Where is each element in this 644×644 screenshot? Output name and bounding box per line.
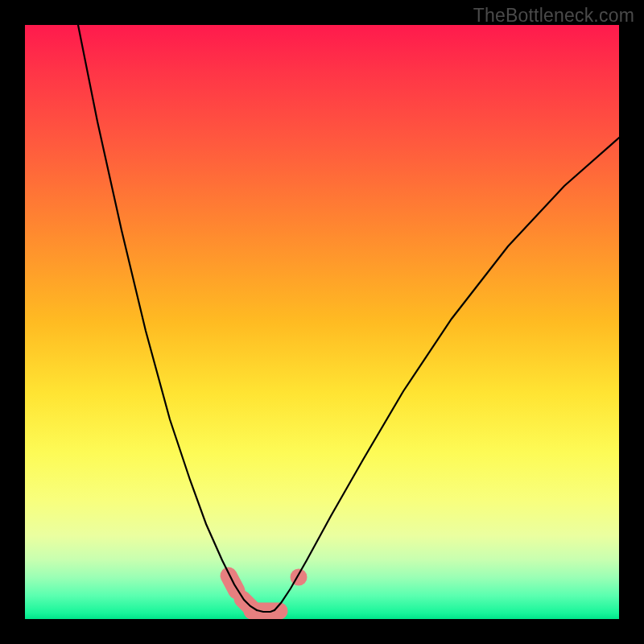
plot-area bbox=[25, 25, 619, 619]
right-curve bbox=[275, 138, 619, 610]
curves-svg bbox=[25, 25, 619, 619]
left-curve bbox=[78, 25, 257, 610]
watermark-text: TheBottleneck.com bbox=[473, 5, 634, 27]
marker-segment-0 bbox=[229, 576, 237, 591]
chart-frame: TheBottleneck.com bbox=[0, 0, 644, 644]
